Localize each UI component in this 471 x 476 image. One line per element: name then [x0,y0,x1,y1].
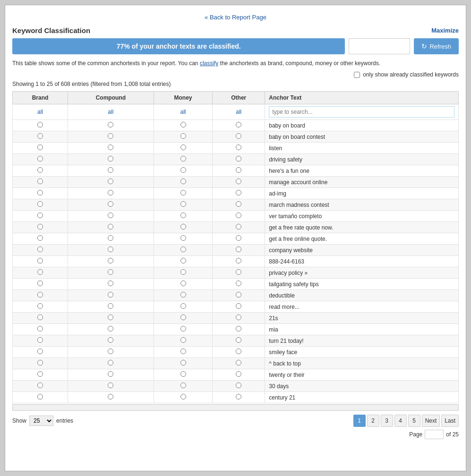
money-radio[interactable] [180,337,186,343]
money-radio[interactable] [180,201,186,207]
money-radio[interactable] [180,394,186,400]
compound-radio[interactable] [108,314,113,320]
money-radio[interactable] [180,167,186,173]
page-input[interactable]: 1 [425,430,444,439]
brand-radio[interactable] [37,133,43,139]
next-button[interactable]: Next [422,415,440,427]
brand-radio[interactable] [37,156,43,162]
compound-radio[interactable] [108,280,113,286]
money-radio[interactable] [180,280,186,286]
other-radio[interactable] [236,235,241,241]
brand-radio[interactable] [37,144,43,150]
other-radio[interactable] [236,280,241,286]
money-radio[interactable] [180,326,186,332]
brand-radio[interactable] [37,314,43,320]
compound-radio[interactable] [108,382,113,388]
other-radio[interactable] [236,133,241,139]
brand-radio[interactable] [37,360,43,366]
horizontal-scrollbar[interactable] [12,404,459,411]
brand-radio[interactable] [37,280,43,286]
money-radio[interactable] [180,314,186,320]
money-radio[interactable] [180,224,186,230]
other-radio[interactable] [236,303,241,309]
brand-radio[interactable] [37,258,43,264]
brand-radio[interactable] [37,212,43,218]
compound-radio[interactable] [108,144,113,150]
money-radio[interactable] [180,212,186,218]
other-radio[interactable] [236,360,241,366]
brand-radio[interactable] [37,394,43,400]
money-radio[interactable] [180,144,186,150]
other-radio[interactable] [236,382,241,388]
money-radio[interactable] [180,133,186,139]
last-button[interactable]: Last [441,415,459,427]
other-radio[interactable] [236,167,241,173]
compound-radio[interactable] [108,212,113,218]
compound-radio[interactable] [108,258,113,264]
progress-search-input[interactable] [349,38,410,54]
only-classified-checkbox[interactable] [354,72,360,78]
compound-radio[interactable] [108,394,113,400]
back-link[interactable]: « Back to Report Page [205,14,266,21]
money-radio[interactable] [180,156,186,162]
money-radio[interactable] [180,269,186,275]
other-radio[interactable] [236,269,241,275]
brand-radio[interactable] [37,224,43,230]
money-radio[interactable] [180,190,186,196]
other-radio[interactable] [236,314,241,320]
page-btn-4[interactable]: 4 [394,415,407,427]
brand-radio[interactable] [37,371,43,377]
compound-radio[interactable] [108,201,113,207]
compound-radio[interactable] [108,348,113,354]
money-radio[interactable] [180,235,186,241]
money-radio[interactable] [180,303,186,309]
other-radio[interactable] [236,178,241,184]
brand-radio[interactable] [37,292,43,298]
other-radio[interactable] [236,348,241,354]
other-radio[interactable] [236,190,241,196]
compound-radio[interactable] [108,303,113,309]
page-btn-1[interactable]: 1 [353,415,366,427]
compound-radio[interactable] [108,235,113,241]
anchor-search-input[interactable] [269,106,454,118]
brand-radio[interactable] [37,337,43,343]
page-btn-5[interactable]: 5 [408,415,420,427]
brand-radio[interactable] [37,167,43,173]
compound-radio[interactable] [108,326,113,332]
brand-radio[interactable] [37,190,43,196]
compound-radio[interactable] [108,178,113,184]
money-radio[interactable] [180,178,186,184]
other-radio[interactable] [236,326,241,332]
all-money-link[interactable]: all [180,109,186,115]
brand-radio[interactable] [37,269,43,275]
other-radio[interactable] [236,144,241,150]
page-btn-3[interactable]: 3 [381,415,393,427]
other-radio[interactable] [236,156,241,162]
compound-radio[interactable] [108,371,113,377]
compound-radio[interactable] [108,224,113,230]
money-radio[interactable] [180,122,186,128]
other-radio[interactable] [236,224,241,230]
maximize-link[interactable]: Maximize [431,27,459,34]
brand-radio[interactable] [37,348,43,354]
all-other-link[interactable]: all [236,109,241,115]
brand-radio[interactable] [37,303,43,309]
brand-radio[interactable] [37,326,43,332]
other-radio[interactable] [236,292,241,298]
money-radio[interactable] [180,292,186,298]
compound-radio[interactable] [108,190,113,196]
compound-radio[interactable] [108,167,113,173]
brand-radio[interactable] [37,235,43,241]
brand-radio[interactable] [37,382,43,388]
money-radio[interactable] [180,246,186,252]
brand-radio[interactable] [37,201,43,207]
compound-radio[interactable] [108,360,113,366]
money-radio[interactable] [180,348,186,354]
compound-radio[interactable] [108,269,113,275]
brand-radio[interactable] [37,178,43,184]
all-compound-link[interactable]: all [108,109,113,115]
other-radio[interactable] [236,258,241,264]
other-radio[interactable] [236,246,241,252]
other-radio[interactable] [236,371,241,377]
all-brand-link[interactable]: all [37,109,43,115]
